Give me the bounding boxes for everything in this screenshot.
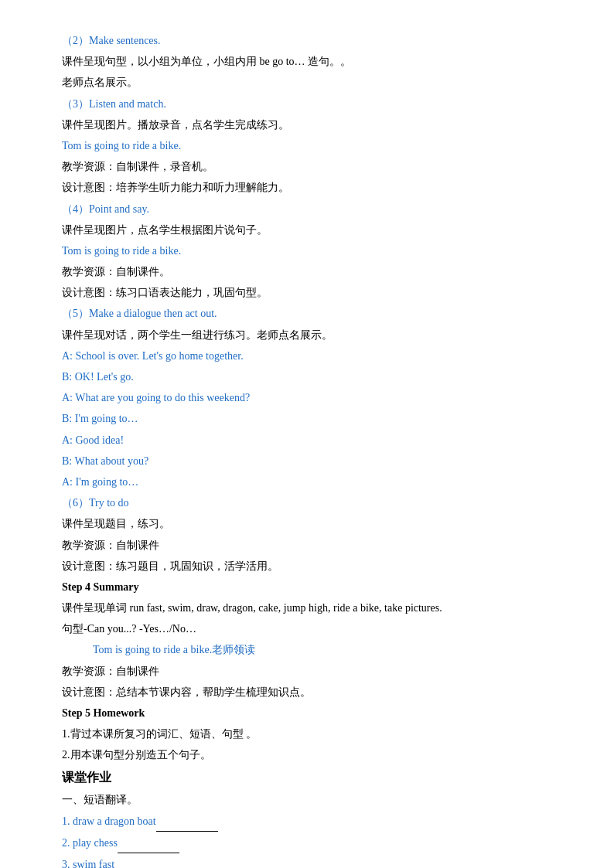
line6: 设计意图：培养学生听力能力和听力理解能力。: [62, 178, 552, 197]
document-body: （2）Make sentences. 课件呈现句型，以小组为单位，小组内用 be…: [62, 31, 552, 868]
section2-header: （2）Make sentences.: [62, 31, 552, 50]
step4-line4: 教学资源：自制课件: [62, 662, 552, 681]
hw-sub1: 一、短语翻译。: [62, 790, 552, 809]
dialog-b3: B: What about you?: [62, 451, 552, 471]
dialog-a4: A: I'm going to…: [62, 472, 552, 492]
step4-line2: 句型-Can you...? -Yes…/No…: [62, 619, 552, 638]
hw2-blank: [118, 833, 179, 853]
line3: 课件呈现图片。播放录音，点名学生完成练习。: [62, 115, 552, 134]
line12: 课件呈现题目，练习。: [62, 514, 552, 533]
dialog-b2: B: I'm going to…: [62, 409, 552, 428]
line5: 教学资源：自制课件，录音机。: [62, 157, 552, 176]
hw3-blank: [114, 855, 176, 868]
step5-header: Step 5 Homework: [62, 703, 552, 723]
step5-line2: 2.用本课句型分别造五个句子。: [62, 745, 552, 764]
hw2: 2. play chess: [62, 833, 552, 853]
line13: 教学资源：自制课件: [62, 536, 552, 555]
step4-line1: 课件呈现单词 run fast, swim, draw, dragon, cak…: [62, 598, 552, 618]
line8-tom: Tom is going to ride a bike.: [62, 241, 552, 260]
step4-line3: Tom is going to ride a bike.老师领读: [62, 640, 552, 659]
step4-header: Step 4 Summary: [62, 577, 552, 597]
dialog-a1: A: School is over. Let's go home togethe…: [62, 346, 552, 366]
dialog-b1: B: OK! Let's go.: [62, 367, 552, 386]
line7: 课件呈现图片，点名学生根据图片说句子。: [62, 220, 552, 240]
hw1-blank: [156, 812, 218, 832]
line2: 老师点名展示。: [62, 73, 552, 92]
section4-header: （4）Point and say.: [62, 199, 552, 219]
dialog-a2: A: What are you going to do this weekend…: [62, 388, 552, 407]
dialog-a3: A: Good idea!: [62, 431, 552, 450]
line4: Tom is going to ride a bike.: [62, 136, 552, 155]
line10: 设计意图：练习口语表达能力，巩固句型。: [62, 283, 552, 302]
line14: 设计意图：练习题目，巩固知识，活学活用。: [62, 557, 552, 576]
hw3: 3. swim fast: [62, 855, 552, 868]
step4-line5: 设计意图：总结本节课内容，帮助学生梳理知识点。: [62, 682, 552, 702]
section6-header: （6）Try to do: [62, 493, 552, 512]
line9: 教学资源：自制课件。: [62, 262, 552, 281]
step5-line1: 1.背过本课所复习的词汇、短语、句型 。: [62, 724, 552, 744]
line11: 课件呈现对话，两个学生一组进行练习。老师点名展示。: [62, 325, 552, 345]
hw1: 1. draw a dragon boat: [62, 812, 552, 832]
line1: 课件呈现句型，以小组为单位，小组内用 be go to… 造句。。: [62, 52, 552, 71]
section5-header: （5）Make a dialogue then act out.: [62, 304, 552, 323]
section3-header: （3）Listen and match.: [62, 94, 552, 114]
hw-header: 课堂作业: [62, 767, 552, 789]
